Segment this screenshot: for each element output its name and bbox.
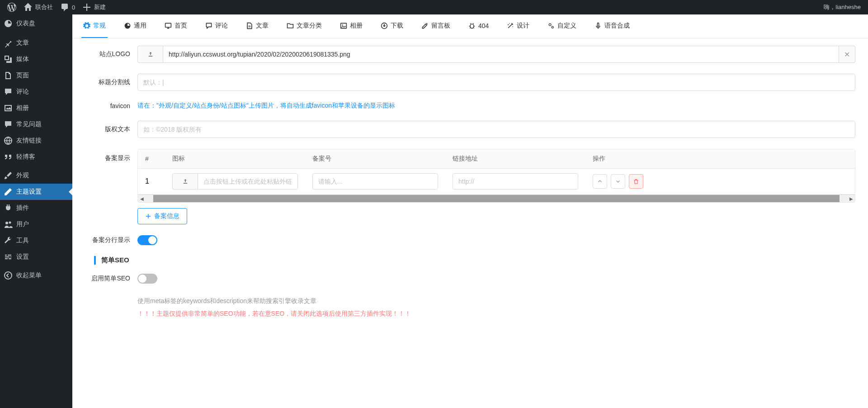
row-num: 1 — [138, 169, 165, 195]
pencil-icon — [4, 187, 13, 196]
filing-multiline-label: 备案分行显示 — [85, 236, 130, 244]
gears-icon — [547, 22, 555, 29]
add-filing-button[interactable]: 备案信息 — [137, 208, 187, 224]
tab-404[interactable]: 404 — [467, 14, 491, 38]
copyright-input[interactable] — [137, 121, 855, 138]
tab-home[interactable]: 首页 — [163, 14, 189, 38]
user-greeting[interactable]: 嗨，lianheshe — [824, 3, 864, 11]
tab-design[interactable]: 设计 — [505, 14, 531, 38]
sidebar-collapse[interactable]: 收起菜单 — [0, 267, 72, 284]
sidebar-dashboard[interactable]: 仪表盘 — [0, 14, 72, 33]
home-icon — [24, 3, 33, 12]
col-op: 操作 — [585, 149, 855, 169]
sidebar-plugins[interactable]: 插件 — [0, 200, 72, 216]
comment-icon — [60, 3, 69, 12]
sidebar-users[interactable]: 用户 — [0, 216, 72, 232]
sidebar-comments[interactable]: 评论 — [0, 84, 72, 100]
row-delete[interactable] — [629, 174, 643, 189]
sidebar-appearance[interactable]: 外观 — [0, 167, 72, 184]
admin-bar: 联合社 0 新建 嗨，lianheshe — [0, 0, 868, 14]
sidebar-media[interactable]: 媒体 — [0, 51, 72, 67]
title-sep-input[interactable] — [137, 74, 855, 91]
magic-icon — [507, 22, 514, 29]
brush-icon — [4, 171, 13, 180]
chat-icon — [205, 22, 212, 29]
sidebar-settings[interactable]: 设置 — [0, 249, 72, 265]
copyright-label: 版权文本 — [85, 125, 130, 133]
table-hscroll[interactable]: ◀ ▶ — [138, 195, 855, 202]
bug-icon — [468, 22, 476, 29]
filing-multiline-toggle[interactable] — [137, 235, 157, 245]
quote-icon — [4, 152, 13, 161]
wrench-icon — [4, 236, 13, 245]
svg-point-6 — [342, 24, 343, 25]
filing-label: 备案显示 — [85, 149, 130, 162]
table-row: 1 — [138, 169, 855, 195]
dashboard-icon — [4, 19, 13, 28]
col-icon: 图标 — [165, 149, 305, 169]
sidebar-faq[interactable]: 常见问题 — [0, 116, 72, 133]
svg-point-3 — [5, 272, 12, 279]
new-label: 新建 — [94, 3, 106, 11]
comments-count: 0 — [72, 4, 75, 11]
tab-download[interactable]: 下载 — [379, 14, 405, 38]
pin-icon — [4, 38, 13, 47]
sidebar-qingblog[interactable]: 轻博客 — [0, 149, 72, 165]
logo-input[interactable] — [163, 46, 839, 63]
seo-desc1: 使用meta标签的keywords和description来帮助搜索引擎收录文章 — [137, 294, 855, 307]
tab-gallery[interactable]: 相册 — [338, 14, 364, 38]
svg-rect-11 — [598, 23, 599, 27]
monitor-icon — [165, 22, 172, 29]
tab-speech[interactable]: 语音合成 — [593, 14, 632, 38]
svg-point-2 — [9, 222, 11, 224]
tab-posts[interactable]: 文章 — [244, 14, 270, 38]
svg-point-10 — [552, 26, 554, 28]
main-content: 常规 通用 首页 评论 文章 文章分类 相册 下载 留言板 404 设计 自定义… — [72, 14, 868, 408]
comments-link[interactable]: 0 — [57, 0, 79, 14]
settings-tabs: 常规 通用 首页 评论 文章 文章分类 相册 下载 留言板 404 设计 自定义… — [72, 14, 868, 38]
sidebar-posts[interactable]: 文章 — [0, 35, 72, 51]
favicon-label: favicon — [85, 102, 130, 109]
seo-enable-toggle[interactable] — [137, 274, 157, 284]
row-no-input[interactable] — [312, 173, 438, 190]
upload-icon — [182, 178, 189, 185]
scroll-right[interactable]: ▶ — [847, 195, 855, 203]
tab-guestbook[interactable]: 留言板 — [420, 14, 452, 38]
logo-label: 站点LOGO — [85, 50, 130, 58]
users-icon — [4, 220, 13, 229]
wp-logo[interactable] — [4, 0, 20, 14]
trash-icon — [633, 178, 639, 185]
sidebar-links[interactable]: 友情链接 — [0, 133, 72, 149]
row-icon-input[interactable] — [198, 173, 298, 190]
logo-clear-button[interactable]: ✕ — [839, 46, 855, 63]
site-home-link[interactable]: 联合社 — [20, 0, 57, 14]
image-icon — [340, 22, 347, 29]
row-link-input[interactable] — [453, 173, 578, 190]
row-move-down[interactable] — [611, 174, 625, 189]
comment-icon — [4, 120, 13, 129]
sliders-icon — [4, 252, 13, 261]
tab-customize[interactable]: 自定义 — [546, 14, 578, 38]
scroll-left[interactable]: ◀ — [138, 195, 146, 203]
upload-icon — [147, 51, 154, 57]
sidebar-theme-settings[interactable]: 主题设置 — [0, 184, 72, 200]
tab-category[interactable]: 文章分类 — [285, 14, 324, 38]
logo-upload-button[interactable] — [137, 46, 163, 63]
sidebar-pages[interactable]: 页面 — [0, 67, 72, 84]
plug-icon — [4, 204, 13, 213]
new-content-link[interactable]: 新建 — [79, 0, 109, 14]
globe-icon — [4, 136, 13, 145]
tab-common[interactable]: 通用 — [122, 14, 148, 38]
col-no: 备案号 — [305, 149, 445, 169]
sidebar-gallery[interactable]: 相册 — [0, 100, 72, 116]
tab-comments[interactable]: 评论 — [203, 14, 230, 38]
row-icon-upload[interactable] — [172, 173, 198, 190]
svg-point-1 — [5, 222, 8, 224]
row-move-up[interactable] — [593, 174, 607, 189]
sidebar-tools[interactable]: 工具 — [0, 232, 72, 249]
seo-enable-label: 启用简单SEO — [85, 275, 130, 283]
edit-icon — [421, 22, 429, 29]
tab-general[interactable]: 常规 — [81, 14, 108, 38]
svg-point-8 — [470, 24, 474, 28]
svg-rect-4 — [165, 23, 171, 27]
